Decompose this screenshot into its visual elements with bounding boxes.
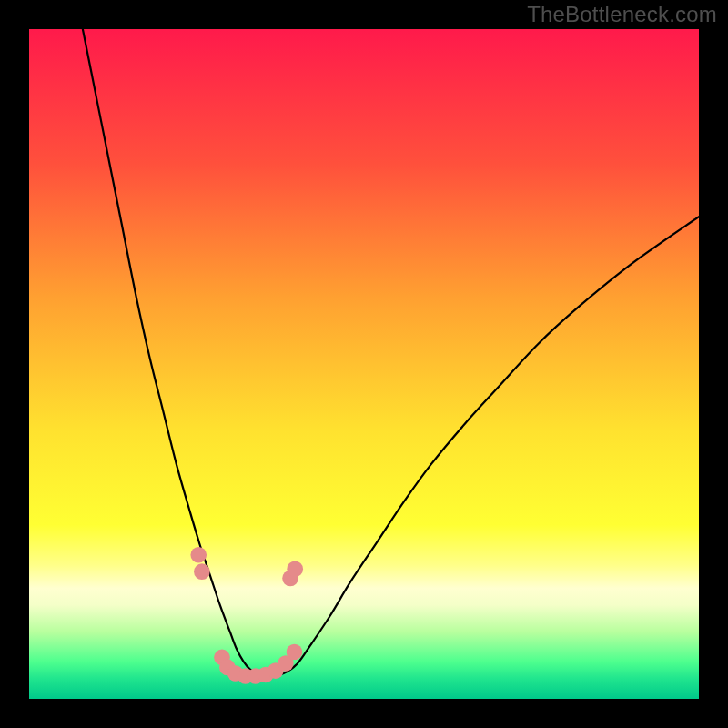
chart-svg	[29, 29, 699, 699]
marker-dot	[287, 644, 303, 661]
marker-dot	[190, 547, 207, 563]
bottleneck-curve	[83, 29, 699, 676]
watermark-text: TheBottleneck.com	[527, 2, 717, 27]
chart-frame: TheBottleneck.com	[0, 0, 728, 728]
marker-dot	[194, 563, 210, 580]
marker-dot	[287, 561, 303, 577]
dotted-bottom-markers	[190, 547, 303, 684]
plot-area	[29, 29, 699, 699]
